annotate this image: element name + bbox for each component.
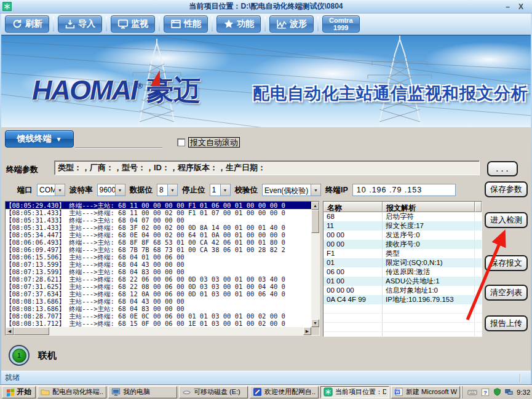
- port-label: 端口: [17, 185, 33, 196]
- parse-row[interactable]: 06 00传送原因:激活: [324, 267, 482, 277]
- message-row[interactable]: 【08:06:06.493】 终端--->主站: 68 8F 8F 68 53 …: [6, 239, 311, 246]
- terminal-ip-label: 终端IP: [325, 185, 348, 196]
- minimize-button[interactable]: –: [506, 2, 510, 11]
- scroll-right-button[interactable]: ▶: [303, 327, 311, 335]
- chevron-down-icon[interactable]: ▼: [115, 184, 125, 196]
- more-params-button[interactable]: . . .: [487, 161, 518, 176]
- svg-text:W: W: [395, 390, 400, 394]
- performance-button[interactable]: 性能: [164, 15, 208, 33]
- parse-row[interactable]: 00 00接收序号:0: [324, 240, 482, 249]
- message-row[interactable]: 【08:05:31.433】 终端--->主站: 68 04 07 00 00 …: [6, 216, 311, 224]
- taskbar-item[interactable]: W新建 Microsoft Wor...: [391, 386, 460, 398]
- message-row[interactable]: 【08:06:09.497】 终端--->主站: 68 7B 7B 68 73 …: [6, 246, 311, 253]
- message-row[interactable]: 【08:08:31.712】 主站--->终端: 68 15 0F 00 06 …: [6, 320, 311, 327]
- online-label: 联机: [38, 350, 57, 361]
- chevron-down-icon[interactable]: ▼: [167, 184, 177, 196]
- taskbar-item[interactable]: 当前项目位置：D:...: [320, 386, 389, 398]
- monitor-button[interactable]: 监视: [111, 15, 155, 33]
- parse-row[interactable]: 01限定词:(SQ:0,N:1): [324, 258, 482, 267]
- parse-name-cell: 06 00: [324, 267, 383, 277]
- parse-row[interactable]: 11报文长度:17: [324, 221, 482, 231]
- chevron-down-icon[interactable]: ▼: [220, 184, 230, 196]
- hscroll-track[interactable]: [49, 327, 303, 335]
- message-row[interactable]: 【08:07:37.634】 主站--->终端: 68 12 0A 00 06 …: [6, 290, 311, 298]
- port-select[interactable]: COM4▼: [37, 184, 65, 196]
- message-row[interactable]: 【08:07:31.625】 主站--->终端: 68 22 08 00 06 …: [6, 283, 311, 290]
- network-tray-icon[interactable]: [505, 388, 513, 396]
- vscroll-thumb[interactable]: [311, 210, 319, 233]
- scroll-up-button[interactable]: ▲: [311, 202, 319, 210]
- toolbar-separator: [212, 17, 213, 31]
- upload-report-button[interactable]: 报告上传: [485, 315, 528, 331]
- close-button[interactable]: X: [518, 2, 523, 11]
- save-params-button[interactable]: 保存参数: [485, 181, 528, 197]
- comtra-1999-button[interactable]: Comtra 1999: [322, 15, 360, 33]
- refresh-button[interactable]: 刷新: [5, 15, 49, 33]
- message-row[interactable]: 【08:08:28.707】 主站--->终端: 68 0E 0C 00 06 …: [6, 312, 311, 320]
- help-icon[interactable]: ?: [481, 388, 490, 397]
- feeder-terminal-dropdown[interactable]: 馈线终端 ▼: [5, 130, 74, 148]
- svg-text:?: ?: [483, 389, 487, 395]
- terminal-ip-field[interactable]: 10 .196 .79 .153: [352, 184, 456, 196]
- parse-analysis-cell: 启动字符: [383, 212, 475, 221]
- enter-test-button[interactable]: 进入检测: [485, 212, 528, 228]
- import-button[interactable]: 导入: [58, 15, 102, 33]
- hscroll-thumb[interactable]: [14, 327, 49, 335]
- clear-list-button[interactable]: 清空列表: [485, 285, 528, 301]
- start-label: 开始: [17, 387, 31, 397]
- message-row[interactable]: 【08:07:13.599】 终端--->主站: 68 04 83 00 00 …: [6, 268, 311, 275]
- baud-select[interactable]: 9600▼: [97, 184, 125, 196]
- parse-row[interactable]: 68启动字符: [324, 212, 482, 221]
- parse-row[interactable]: 00 00发送序号:0: [324, 231, 482, 240]
- performance-label: 性能: [184, 18, 201, 30]
- scroll-down-button[interactable]: ▼: [311, 319, 319, 327]
- message-row[interactable]: 【08:05:29.430】 终端--->主站: 68 11 00 00 00 …: [6, 202, 311, 209]
- parse-table-header: 名称 报文解析: [324, 202, 482, 212]
- terminal-params-field[interactable]: 类型：，厂商：，型号：，ID：，程序版本：，生产日期：: [54, 160, 480, 175]
- clock[interactable]: 9:32: [517, 389, 530, 396]
- keyboard-icon[interactable]: [467, 387, 477, 397]
- parse-row[interactable]: 0A C4 4F 99IP地址:10.196.79.153: [324, 295, 482, 304]
- parity-select[interactable]: Even(偶校验)▼: [262, 184, 321, 196]
- taskbar-item[interactable]: 我的电脑: [108, 386, 177, 398]
- save-messages-button[interactable]: 保存报文: [485, 255, 528, 271]
- parse-row[interactable]: F1类型: [324, 249, 482, 258]
- message-list-hscrollbar[interactable]: ◀ ▶: [6, 327, 311, 335]
- message-row[interactable]: 【08:06:15.506】 主站--->终端: 68 04 01 00 06 …: [6, 253, 311, 261]
- parse-name-cell: 01: [324, 258, 383, 267]
- antivirus-tray-icon[interactable]: [493, 388, 501, 396]
- message-row[interactable]: 【08:05:31.433】 主站--->终端: 68 3F 02 00 02 …: [6, 224, 311, 231]
- waveform-button[interactable]: 波形: [269, 15, 314, 33]
- parse-name-cell: 01 00: [324, 277, 383, 286]
- message-row[interactable]: 【08:08:13.686】 主站--->终端: 68 04 43 00 00 …: [6, 298, 311, 305]
- chevron-down-icon[interactable]: ▼: [311, 184, 320, 196]
- scroll-left-button[interactable]: ◀: [6, 327, 14, 335]
- parse-row[interactable]: 00 00 00信息对象地址1:0: [324, 286, 482, 295]
- message-list-vscrollbar[interactable]: ▲ ▼: [311, 202, 319, 327]
- start-button[interactable]: 开始: [2, 386, 36, 398]
- column-header-analysis[interactable]: 报文解析: [383, 202, 475, 212]
- message-list: 【08:05:29.430】 终端--->主站: 68 11 00 00 00 …: [5, 201, 320, 336]
- databits-label: 数据位: [130, 185, 153, 196]
- taskbar-item[interactable]: 欢迎使用配网自...: [250, 386, 319, 398]
- registered-mark: ®: [137, 81, 143, 90]
- taskbar-item[interactable]: 配电自动化终端...: [38, 386, 106, 398]
- message-row[interactable]: 【08:07:28.621】 主站--->终端: 68 22 06 00 06 …: [6, 275, 311, 283]
- parse-name-cell: 0A C4 4F 99: [324, 295, 383, 304]
- terminal-params-label: 终端参数: [6, 164, 38, 175]
- message-row[interactable]: 【08:08:13.686】 终端--->主站: 68 04 83 00 00 …: [6, 305, 311, 312]
- monitor-icon: [117, 18, 129, 30]
- databits-select[interactable]: 8▼: [157, 184, 178, 196]
- message-row[interactable]: 【08:05:34.447】 主站--->终端: 68 0E 04 00 02 …: [6, 231, 311, 239]
- message-row[interactable]: 【08:07:13.599】 主站--->终端: 68 04 43 00 00 …: [6, 261, 311, 268]
- parse-row[interactable]: 01 00ASDU公共地址:1: [324, 277, 482, 286]
- scrollbar-corner: [311, 327, 319, 335]
- column-header-name[interactable]: 名称: [324, 202, 383, 212]
- autoscroll-checkbox[interactable]: [177, 138, 185, 146]
- stopbits-select[interactable]: 1▼: [210, 184, 231, 196]
- functions-button[interactable]: 功能: [216, 15, 261, 33]
- baud-label: 波特率: [69, 185, 93, 196]
- message-row[interactable]: 【08:05:31.433】 主站--->终端: 68 11 00 00 02 …: [6, 209, 311, 216]
- taskbar-item[interactable]: 可移动磁盘 (E:): [179, 386, 248, 398]
- chevron-down-icon[interactable]: ▼: [55, 184, 65, 196]
